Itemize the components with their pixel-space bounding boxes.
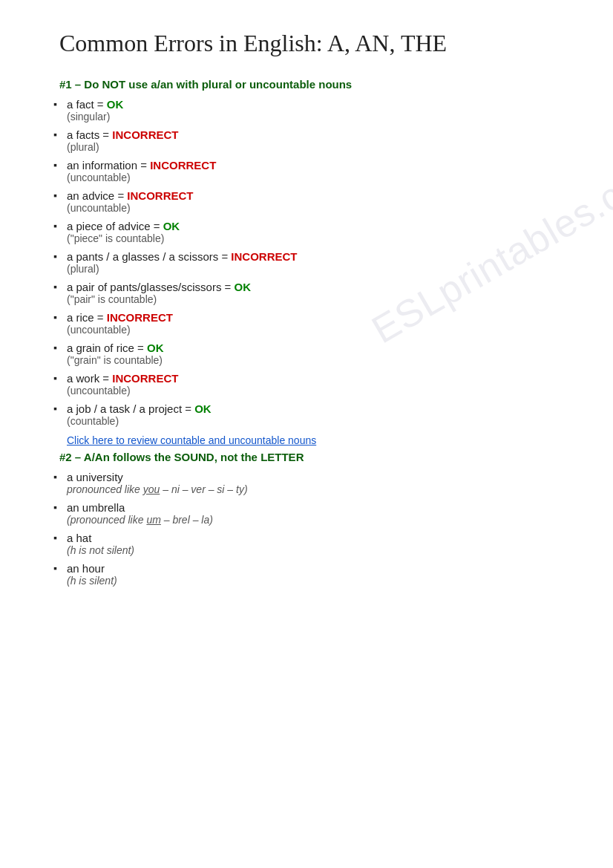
item-text: an information = INCORRECT: [67, 159, 554, 172]
item-sub: (countable): [67, 415, 554, 427]
item-sub: (uncountable): [67, 324, 554, 336]
item-text: a pair of pants/glasses/scissors = OK: [67, 281, 554, 293]
section2-list: a universitypronounced like you – ni – v…: [59, 471, 554, 591]
item-text: an advice = INCORRECT: [67, 189, 554, 202]
item-text: a university: [67, 471, 554, 483]
list-item: a universitypronounced like you – ni – v…: [59, 471, 554, 500]
item-sub: (h is not silent): [67, 544, 554, 556]
item-status: OK: [107, 98, 124, 111]
item-status: INCORRECT: [107, 311, 173, 324]
item-status: INCORRECT: [150, 159, 216, 172]
list-item: an advice = INCORRECT(uncountable): [59, 189, 554, 218]
list-item: a job / a task / a project = OK(countabl…: [59, 402, 554, 431]
item-text: a rice = INCORRECT: [67, 311, 554, 324]
item-status: INCORRECT: [112, 372, 178, 385]
item-sub: (pronounced like um – brel – la): [67, 514, 554, 526]
page-title: Common Errors in English: A, AN, THE: [59, 30, 554, 57]
item-text: a fact = OK: [67, 98, 554, 111]
list-item: a hat(h is not silent): [59, 532, 554, 561]
item-text: a job / a task / a project = OK: [67, 402, 554, 415]
list-item: an umbrella(pronounced like um – brel – …: [59, 501, 554, 530]
item-text: a grain of rice = OK: [67, 342, 554, 354]
countable-link[interactable]: Click here to review countable and uncou…: [67, 434, 554, 446]
section1-header: #1 – Do NOT use a/an with plural or unco…: [59, 78, 554, 91]
item-sub: (singular): [67, 111, 554, 123]
list-item: a pants / a glasses / a scissors = INCOR…: [59, 250, 554, 279]
list-item: a work = INCORRECT(uncountable): [59, 372, 554, 401]
item-text: a facts = INCORRECT: [67, 128, 554, 141]
item-text: a hat: [67, 532, 554, 544]
item-sub: (h is silent): [67, 575, 554, 587]
item-sub: (uncountable): [67, 202, 554, 214]
list-item: a facts = INCORRECT(plural): [59, 128, 554, 157]
item-text: a pants / a glasses / a scissors = INCOR…: [67, 250, 554, 263]
item-sub: (uncountable): [67, 172, 554, 183]
item-status: INCORRECT: [231, 250, 297, 263]
item-status: OK: [163, 220, 180, 232]
item-text: an umbrella: [67, 501, 554, 514]
item-status: OK: [194, 402, 212, 415]
item-sub: ("grain" is countable): [67, 354, 554, 366]
section2: #2 – A/An follows the SOUND, not the LET…: [59, 451, 554, 591]
list-item: an hour(h is silent): [59, 562, 554, 591]
list-item: an information = INCORRECT(uncountable): [59, 159, 554, 188]
item-sub: pronounced like you – ni – ver – si – ty…: [67, 483, 554, 495]
section1-list: a fact = OK(singular)a facts = INCORRECT…: [59, 98, 554, 431]
section1: #1 – Do NOT use a/an with plural or unco…: [59, 78, 554, 446]
item-text: a piece of advice = OK: [67, 220, 554, 232]
list-item: a piece of advice = OK("piece" is counta…: [59, 220, 554, 249]
list-item: a fact = OK(singular): [59, 98, 554, 127]
item-status: OK: [147, 342, 164, 354]
item-sub: ("pair" is countable): [67, 293, 554, 305]
list-item: a rice = INCORRECT(uncountable): [59, 311, 554, 340]
item-status: INCORRECT: [127, 189, 193, 202]
item-sub: ("piece" is countable): [67, 232, 554, 244]
item-sub: (uncountable): [67, 385, 554, 397]
item-text: an hour: [67, 562, 554, 575]
item-sub: (plural): [67, 263, 554, 275]
list-item: a pair of pants/glasses/scissors = OK("p…: [59, 281, 554, 310]
item-status: OK: [235, 281, 252, 293]
item-sub: (plural): [67, 141, 554, 153]
item-status: INCORRECT: [112, 128, 178, 141]
list-item: a grain of rice = OK("grain" is countabl…: [59, 342, 554, 371]
section2-header: #2 – A/An follows the SOUND, not the LET…: [59, 451, 554, 463]
item-text: a work = INCORRECT: [67, 372, 554, 385]
